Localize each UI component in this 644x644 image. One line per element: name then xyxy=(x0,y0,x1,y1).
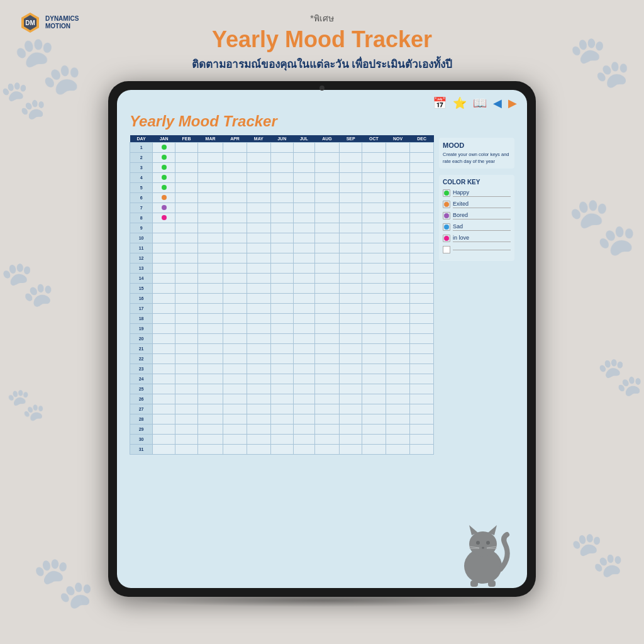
cell-29-sep[interactable] xyxy=(340,425,362,435)
cell-23-jan[interactable] xyxy=(153,364,175,374)
cell-28-jan[interactable] xyxy=(153,414,175,425)
cell-9-apr[interactable] xyxy=(223,223,247,233)
cell-31-dec[interactable] xyxy=(410,445,434,455)
table-row[interactable]: 29 xyxy=(130,425,434,435)
cell-3-jun[interactable] xyxy=(270,163,293,173)
cell-3-apr[interactable] xyxy=(223,163,247,173)
cell-6-mar[interactable] xyxy=(197,193,223,203)
cell-23-mar[interactable] xyxy=(197,364,223,374)
cell-15-jan[interactable] xyxy=(153,284,175,294)
cell-24-mar[interactable] xyxy=(197,374,223,384)
cell-3-jan[interactable] xyxy=(153,163,175,173)
cell-29-jun[interactable] xyxy=(270,425,293,435)
cell-6-feb[interactable] xyxy=(175,193,198,203)
cell-20-aug[interactable] xyxy=(314,334,339,344)
cell-18-jan[interactable] xyxy=(153,314,175,324)
cell-8-jul[interactable] xyxy=(293,213,314,223)
cell-7-jun[interactable] xyxy=(270,203,293,213)
cell-6-dec[interactable] xyxy=(410,193,434,203)
cell-31-apr[interactable] xyxy=(223,445,247,455)
cell-21-aug[interactable] xyxy=(314,344,339,354)
cell-8-aug[interactable] xyxy=(314,213,339,223)
cell-26-feb[interactable] xyxy=(175,394,198,404)
cell-10-dec[interactable] xyxy=(410,233,434,243)
cell-2-nov[interactable] xyxy=(386,153,410,163)
cell-14-may[interactable] xyxy=(247,274,270,284)
cell-26-oct[interactable] xyxy=(362,394,386,404)
table-row[interactable]: 19 xyxy=(130,324,434,334)
cell-7-dec[interactable] xyxy=(410,203,434,213)
cell-18-nov[interactable] xyxy=(386,314,410,324)
cell-9-jan[interactable] xyxy=(153,223,175,233)
cell-3-feb[interactable] xyxy=(175,163,198,173)
cell-17-may[interactable] xyxy=(247,304,270,314)
cell-11-may[interactable] xyxy=(247,243,270,253)
cell-5-aug[interactable] xyxy=(314,183,339,193)
cell-22-feb[interactable] xyxy=(175,354,198,364)
cell-14-sep[interactable] xyxy=(340,274,362,284)
cell-27-dec[interactable] xyxy=(410,404,434,414)
cell-26-dec[interactable] xyxy=(410,394,434,404)
table-row[interactable]: 22 xyxy=(130,354,434,364)
cell-15-jun[interactable] xyxy=(270,284,293,294)
cell-18-mar[interactable] xyxy=(197,314,223,324)
cell-2-mar[interactable] xyxy=(197,153,223,163)
table-row[interactable]: 7 xyxy=(130,203,434,213)
cell-8-oct[interactable] xyxy=(362,213,386,223)
cell-13-jul[interactable] xyxy=(293,264,314,274)
cell-20-apr[interactable] xyxy=(223,334,247,344)
cell-5-feb[interactable] xyxy=(175,183,198,193)
cell-8-jan[interactable] xyxy=(153,213,175,223)
cell-8-mar[interactable] xyxy=(197,213,223,223)
cell-19-dec[interactable] xyxy=(410,324,434,334)
cell-4-aug[interactable] xyxy=(314,173,339,183)
cell-30-sep[interactable] xyxy=(340,435,362,445)
cell-8-jun[interactable] xyxy=(270,213,293,223)
table-row[interactable]: 31 xyxy=(130,445,434,455)
cell-20-jun[interactable] xyxy=(270,334,293,344)
cell-7-feb[interactable] xyxy=(175,203,198,213)
cell-12-sep[interactable] xyxy=(340,253,362,264)
cell-7-mar[interactable] xyxy=(197,203,223,213)
cell-21-jul[interactable] xyxy=(293,344,314,354)
cell-4-feb[interactable] xyxy=(175,173,198,183)
cell-2-apr[interactable] xyxy=(223,153,247,163)
table-row[interactable]: 18 xyxy=(130,314,434,324)
cell-10-may[interactable] xyxy=(247,233,270,243)
cell-28-dec[interactable] xyxy=(410,414,434,425)
cell-13-apr[interactable] xyxy=(223,264,247,274)
cell-22-sep[interactable] xyxy=(340,354,362,364)
cell-22-may[interactable] xyxy=(247,354,270,364)
cell-19-may[interactable] xyxy=(247,324,270,334)
cell-6-sep[interactable] xyxy=(340,193,362,203)
cell-14-jul[interactable] xyxy=(293,274,314,284)
cell-30-nov[interactable] xyxy=(386,435,410,445)
cell-16-nov[interactable] xyxy=(386,294,410,304)
cell-7-jul[interactable] xyxy=(293,203,314,213)
cell-21-may[interactable] xyxy=(247,344,270,354)
table-row[interactable]: 13 xyxy=(130,264,434,274)
cell-20-jul[interactable] xyxy=(293,334,314,344)
cell-7-jan[interactable] xyxy=(153,203,175,213)
cell-12-dec[interactable] xyxy=(410,253,434,264)
cell-25-dec[interactable] xyxy=(410,384,434,394)
cell-17-feb[interactable] xyxy=(175,304,198,314)
cell-9-feb[interactable] xyxy=(175,223,198,233)
cell-22-dec[interactable] xyxy=(410,354,434,364)
cell-16-oct[interactable] xyxy=(362,294,386,304)
cell-12-feb[interactable] xyxy=(175,253,198,264)
cell-21-nov[interactable] xyxy=(386,344,410,354)
cell-26-sep[interactable] xyxy=(340,394,362,404)
cell-1-jan[interactable] xyxy=(153,143,175,153)
cell-11-sep[interactable] xyxy=(340,243,362,253)
cell-4-mar[interactable] xyxy=(197,173,223,183)
cell-29-dec[interactable] xyxy=(410,425,434,435)
table-row[interactable]: 23 xyxy=(130,364,434,374)
cell-6-jul[interactable] xyxy=(293,193,314,203)
cell-1-aug[interactable] xyxy=(314,143,339,153)
cell-28-jul[interactable] xyxy=(293,414,314,425)
cell-12-jan[interactable] xyxy=(153,253,175,264)
cell-25-aug[interactable] xyxy=(314,384,339,394)
cell-27-mar[interactable] xyxy=(197,404,223,414)
cell-14-jan[interactable] xyxy=(153,274,175,284)
